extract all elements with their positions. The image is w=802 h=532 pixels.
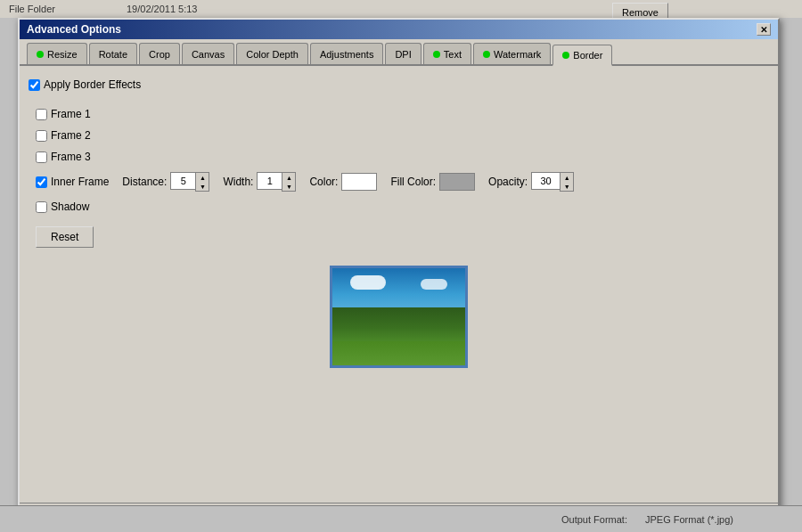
distance-spinner-btns: ▲ ▼ [195, 172, 209, 192]
frame2-text: Frame 2 [51, 129, 91, 142]
width-down-btn[interactable]: ▼ [282, 182, 295, 191]
text-dot [433, 51, 440, 58]
preview-area [29, 266, 769, 368]
tabs-row: Resize Rotate Crop Canvas Color Depth Ad… [20, 39, 778, 66]
frame1-label[interactable]: Frame 1 [36, 108, 91, 120]
resize-dot [37, 51, 44, 58]
opacity-up-btn[interactable]: ▲ [561, 173, 573, 182]
apply-border-label[interactable]: Apply Border Effects [29, 78, 141, 91]
tab-color-depth[interactable]: Color Depth [236, 43, 308, 64]
status-bar: Output Format: JPEG Format (*.jpg) [0, 505, 802, 532]
opacity-down-btn[interactable]: ▼ [561, 182, 573, 191]
tab-crop[interactable]: Crop [139, 43, 180, 64]
dialog-titlebar: Advanced Options ✕ [20, 20, 778, 39]
close-button[interactable]: ✕ [757, 23, 771, 36]
fill-color-picker[interactable] [439, 173, 475, 191]
tab-canvas-label: Canvas [192, 49, 225, 60]
inner-frame-label[interactable]: Inner Frame [36, 176, 109, 188]
tab-text[interactable]: Text [423, 43, 471, 64]
color-label: Color: [309, 176, 338, 188]
distance-spinner: ▲ ▼ [170, 172, 209, 192]
shadow-checkbox[interactable] [36, 201, 47, 213]
background-topbar: File Folder 19/02/2011 5:13 Remove [0, 0, 802, 18]
shadow-row: Shadow [29, 201, 769, 213]
width-label: Width: [223, 176, 253, 188]
shadow-label[interactable]: Shadow [36, 201, 89, 213]
tab-crop-label: Crop [149, 49, 170, 60]
width-spinner-btns: ▲ ▼ [282, 172, 296, 192]
distance-group: Distance: ▲ ▼ [122, 172, 209, 192]
distance-up-btn[interactable]: ▲ [196, 173, 209, 182]
inner-frame-text: Inner Frame [51, 176, 109, 188]
color-group: Color: [309, 173, 377, 191]
distance-label: Distance: [122, 176, 167, 188]
distance-down-btn[interactable]: ▼ [196, 182, 209, 191]
tab-color-depth-label: Color Depth [246, 49, 299, 60]
tab-watermark[interactable]: Watermark [473, 43, 551, 64]
output-format-label: Output Format: [561, 514, 627, 525]
shadow-text: Shadow [51, 201, 89, 213]
frame3-text: Frame 3 [51, 151, 91, 163]
opacity-label: Opacity: [488, 176, 528, 188]
tab-rotate[interactable]: Rotate [89, 43, 137, 64]
frame3-label[interactable]: Frame 3 [36, 151, 91, 163]
tab-border-label: Border [573, 50, 602, 61]
opacity-spinner: ▲ ▼ [531, 172, 574, 192]
frame3-row: Frame 3 [29, 151, 769, 163]
preview-image-container [330, 266, 468, 368]
frame3-checkbox[interactable] [36, 151, 47, 163]
bg-col2: 19/02/2011 5:13 [127, 4, 198, 14]
tab-adjustments-label: Adjustments [320, 49, 374, 60]
dialog-body: Apply Border Effects Frame 1 Frame 2 Fra… [20, 66, 778, 503]
width-up-btn[interactable]: ▲ [282, 173, 295, 182]
tab-watermark-label: Watermark [494, 49, 541, 60]
tab-text-label: Text [444, 49, 462, 60]
width-input[interactable] [257, 172, 282, 190]
frame2-row: Frame 2 [29, 129, 769, 142]
frame1-text: Frame 1 [51, 108, 91, 120]
dialog-title: Advanced Options [27, 23, 121, 36]
apply-border-row: Apply Border Effects [29, 75, 769, 94]
frame1-checkbox[interactable] [36, 109, 47, 120]
apply-border-text: Apply Border Effects [44, 78, 141, 91]
preview-trees [332, 307, 465, 341]
preview-cloud2 [421, 279, 447, 290]
bg-col1: File Folder [9, 4, 55, 14]
opacity-input[interactable] [531, 172, 560, 190]
inner-frame-row: Inner Frame Distance: ▲ ▼ Width: ▲ [29, 172, 769, 192]
frame1-row: Frame 1 [29, 108, 769, 120]
tab-dpi-label: DPI [395, 49, 411, 60]
advanced-options-dialog: Advanced Options ✕ Resize Rotate Crop Ca… [18, 18, 780, 532]
frame2-label[interactable]: Frame 2 [36, 129, 91, 142]
reset-button[interactable]: Reset [36, 226, 94, 248]
border-dot [562, 52, 569, 59]
tab-dpi[interactable]: DPI [385, 43, 421, 64]
apply-border-checkbox[interactable] [29, 79, 40, 91]
tab-adjustments[interactable]: Adjustments [310, 43, 384, 64]
distance-input[interactable] [170, 172, 195, 190]
fill-color-group: Fill Color: [390, 173, 475, 191]
opacity-spinner-btns: ▲ ▼ [560, 172, 574, 192]
output-format-value: JPEG Format (*.jpg) [645, 514, 733, 525]
tab-resize-label: Resize [47, 49, 78, 60]
width-group: Width: ▲ ▼ [223, 172, 296, 192]
inner-frame-checkbox[interactable] [36, 176, 47, 188]
opacity-group: Opacity: ▲ ▼ [488, 172, 574, 192]
width-spinner: ▲ ▼ [257, 172, 296, 192]
preview-image [332, 268, 465, 365]
tab-canvas[interactable]: Canvas [182, 43, 234, 64]
tab-rotate-label: Rotate [99, 49, 127, 60]
frame2-checkbox[interactable] [36, 130, 47, 142]
fill-color-label: Fill Color: [390, 176, 436, 188]
tab-resize[interactable]: Resize [27, 43, 87, 64]
color-picker[interactable] [341, 173, 377, 191]
preview-cloud1 [350, 275, 386, 290]
watermark-dot [483, 51, 490, 58]
preview-grass [332, 341, 465, 365]
tab-border[interactable]: Border [552, 45, 612, 66]
